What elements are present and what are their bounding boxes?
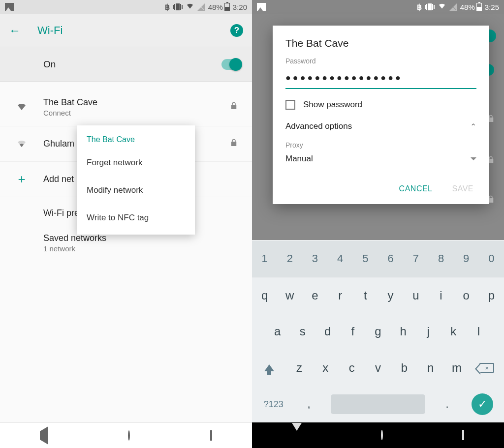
key-o[interactable]: o	[454, 277, 479, 314]
wifi-toggle-row[interactable]: On	[0, 47, 252, 82]
network-status: Connect	[43, 109, 229, 117]
key-5[interactable]: 5	[353, 240, 378, 277]
keyboard-row-asdf: a s d f g h j k l	[252, 314, 504, 350]
key-n[interactable]: n	[417, 350, 443, 386]
advanced-label: Advanced options	[285, 121, 352, 131]
navigation-bar	[0, 422, 252, 448]
plus-icon: +	[11, 172, 32, 187]
key-v[interactable]: v	[365, 350, 391, 386]
save-button[interactable]: SAVE	[449, 180, 477, 197]
key-2[interactable]: 2	[277, 240, 302, 277]
dropdown-caret-icon	[471, 157, 476, 160]
wifi-toggle-label: On	[43, 59, 221, 70]
key-b[interactable]: b	[391, 350, 417, 386]
battery-indicator: 48%	[208, 3, 230, 11]
app-bar: ← Wi-Fi ?	[0, 14, 252, 47]
no-sim-icon	[449, 3, 457, 11]
nav-home[interactable]	[381, 431, 383, 440]
key-space[interactable]	[323, 386, 434, 422]
clock: 3:25	[485, 3, 499, 11]
wifi-signal-icon	[11, 101, 32, 113]
help-button[interactable]: ?	[230, 24, 243, 37]
key-d[interactable]: d	[315, 314, 340, 350]
nav-recent[interactable]	[462, 431, 464, 440]
key-4[interactable]: 4	[328, 240, 353, 277]
wifi-settings-pane: ฿ 48% 3:20 ← Wi-Fi ? On The Bat Cave Con…	[0, 0, 252, 448]
key-a[interactable]: a	[265, 314, 290, 350]
key-y[interactable]: y	[378, 277, 403, 314]
key-shift[interactable]	[252, 350, 286, 386]
battery-text: 48%	[460, 3, 475, 11]
key-i[interactable]: i	[428, 277, 453, 314]
key-q[interactable]: q	[252, 277, 277, 314]
saved-sub: 1 network	[43, 244, 241, 253]
key-comma[interactable]: ,	[295, 386, 322, 422]
key-9[interactable]: 9	[454, 240, 479, 277]
key-p[interactable]: p	[479, 277, 504, 314]
key-c[interactable]: c	[339, 350, 365, 386]
nav-recent[interactable]	[210, 431, 212, 440]
nav-back[interactable]	[40, 431, 48, 440]
chevron-up-icon: ⌃	[470, 122, 476, 131]
status-bar: ฿ 48% 3:20	[0, 0, 252, 14]
wifi-switch[interactable]	[221, 59, 241, 70]
key-backspace[interactable]: ×	[470, 350, 504, 386]
wifi-signal-icon	[11, 138, 32, 150]
key-3[interactable]: 3	[302, 240, 327, 277]
show-password-label: Show password	[303, 100, 362, 110]
nav-back[interactable]	[292, 431, 302, 440]
menu-nfc[interactable]: Write to NFC tag	[77, 204, 195, 232]
key-symbols[interactable]: ?123	[252, 386, 295, 422]
checkbox-icon[interactable]	[285, 100, 295, 110]
vibrate-icon	[173, 3, 183, 10]
keyboard-row-bottom: ?123 , . ✓	[252, 386, 504, 422]
menu-forget[interactable]: Forget network	[77, 149, 195, 177]
network-item-batcave[interactable]: The Bat Cave Connect	[0, 89, 252, 126]
key-6[interactable]: 6	[378, 240, 403, 277]
navigation-bar	[252, 422, 504, 448]
key-w[interactable]: w	[277, 277, 302, 314]
clock: 3:20	[233, 3, 247, 11]
proxy-dropdown[interactable]: Manual	[285, 154, 476, 166]
key-m[interactable]: m	[443, 350, 470, 386]
saved-label: Saved networks	[43, 233, 241, 243]
keyboard-row-numbers: 1 2 3 4 5 6 7 8 9 0	[252, 240, 504, 277]
key-7[interactable]: 7	[403, 240, 428, 277]
key-1[interactable]: 1	[252, 240, 277, 277]
lock-icon	[229, 138, 238, 150]
key-j[interactable]: j	[416, 314, 441, 350]
proxy-value: Manual	[285, 154, 313, 164]
nav-home[interactable]	[128, 431, 130, 440]
checkmark-icon: ✓	[472, 393, 493, 415]
key-e[interactable]: e	[302, 277, 327, 314]
wifi-icon	[438, 2, 446, 12]
network-name: The Bat Cave	[43, 97, 229, 108]
key-s[interactable]: s	[290, 314, 315, 350]
key-x[interactable]: x	[313, 350, 339, 386]
picture-icon	[5, 3, 14, 11]
bluetooth-icon: ฿	[165, 2, 170, 12]
key-period[interactable]: .	[433, 386, 461, 422]
key-r[interactable]: r	[328, 277, 353, 314]
key-0[interactable]: 0	[479, 240, 504, 277]
key-z[interactable]: z	[286, 350, 312, 386]
key-h[interactable]: h	[391, 314, 416, 350]
key-u[interactable]: u	[403, 277, 428, 314]
spacebar-icon	[331, 394, 425, 414]
battery-indicator: 48%	[460, 3, 482, 11]
show-password-row[interactable]: Show password	[285, 100, 476, 110]
key-g[interactable]: g	[365, 314, 390, 350]
menu-modify[interactable]: Modify network	[77, 177, 195, 204]
key-t[interactable]: t	[353, 277, 378, 314]
advanced-options-row[interactable]: Advanced options ⌃	[285, 121, 476, 131]
key-enter[interactable]: ✓	[461, 386, 504, 422]
back-button[interactable]: ←	[9, 24, 21, 37]
key-k[interactable]: k	[441, 314, 466, 350]
wifi-connect-dialog-pane: ฿ 48% 3:25 The Bat Cave Password Show pa…	[252, 0, 504, 448]
key-f[interactable]: f	[340, 314, 365, 350]
password-input[interactable]	[285, 70, 476, 89]
wifi-icon	[186, 2, 194, 12]
key-l[interactable]: l	[466, 314, 491, 350]
key-8[interactable]: 8	[428, 240, 453, 277]
cancel-button[interactable]: CANCEL	[396, 180, 436, 197]
